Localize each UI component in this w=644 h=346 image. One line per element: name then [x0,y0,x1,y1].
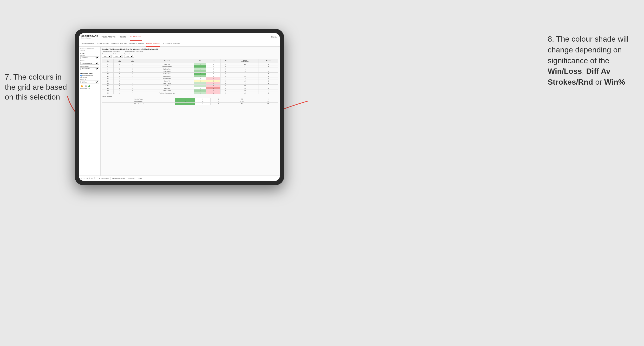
col-diff: Diff AvStrokes/Rnd [231,59,259,63]
col-rounds: Rounds [259,59,278,63]
h2h-table: #Div #Reg #Conf Opponent Win Loss Tie Di… [102,59,278,94]
table-row: 3 1 1 Esther Lee 1 0 1 1.5 4 [102,63,278,65]
cut-icon[interactable]: ✂ [91,177,93,179]
copy-icon[interactable]: ⧉ [89,177,90,179]
nav-tournaments[interactable]: TOURNAMENTS [101,33,116,41]
division-label: Division [80,60,99,62]
col-tie: Tie [220,59,231,63]
table-row: 5 2 2 Alexis Sudjianto 1 0 0 4 3 [102,65,278,68]
radio-opponents-played: Opponents Played [80,75,99,76]
table-row: 14 7 4 Eunice Yi 2 2 0 0.38 9 [102,80,278,82]
undo-icon[interactable]: ↩ [81,177,82,179]
col-loss: Loss [206,59,220,63]
annotation-left: 7. The colours in the grid are based on … [5,72,72,102]
sign-out[interactable]: Sign out [271,36,277,38]
toolbar-divider-1 [97,177,97,180]
filter-conference-group: Conference (All) [113,53,123,58]
table-row: 16 3 1 Jessica Mason 1 2 0 -0.94 [102,85,278,87]
filter-opponent-group: Opponent (All) [124,53,134,58]
out-of-division-header: Out of division [102,96,278,97]
col-div: #Div [102,59,114,63]
annotation-right: 8. The colour shade will change dependin… [548,34,639,88]
subnav-player-h2h-heatmap[interactable]: PLAYER H2H HEATMAP [163,41,180,47]
nav-committee[interactable]: COMMITTEE [130,33,142,41]
table-row: 6 3 3 Sydney Kuo 1 0 0 -1 [102,68,278,70]
col-opponent: Opponent [140,59,194,63]
division-select[interactable]: NCAA Division III [80,62,99,65]
subnav-player-summary[interactable]: PLAYER SUMMARY [130,41,144,47]
colour-by-label: Colour by [80,79,99,80]
player-rank-label: Player (Rank) [80,66,99,67]
legend-down-dot [81,85,83,87]
redo-icon[interactable]: ↩ [84,177,85,179]
table-row: 20 11 7 Federica Domecq Lacroze 2 1 0 1.… [102,92,278,94]
gender-select[interactable]: Women's [80,56,99,59]
filter-opponents-select[interactable]: (All) [102,55,112,58]
col-reg: #Reg [114,59,126,63]
nav-teams[interactable]: TEAMS [120,33,127,41]
col-win: Win [194,59,206,63]
view-original-btn[interactable]: 👁 View: Original [99,178,109,179]
table-row: 19 10 6 Emily Chang 4 1 0 0.3 11 [102,89,278,92]
division-record: Division Record: 331 - 34 - 6 [125,51,143,52]
filter-opponents-group: Opponents: (All) [102,53,112,58]
colour-legend: Down Level Up [80,85,99,89]
table-row: 15 8 5 Stella Cheng 1 1 0 1.25 4 [102,82,278,85]
legend-level-dot [85,85,87,87]
opponent-view-radios: Opponents Played Top 100 [80,75,99,78]
nav-items: TOURNAMENTS TEAMS COMMITTEE [101,33,271,41]
subnav-team-summary[interactable]: TEAM SUMMARY [81,41,94,47]
player-rank-select[interactable]: 8. Katelyn Vo [80,67,99,70]
table-row: NAIA Division 1 15 0 0 9.267 30 [102,100,278,103]
subnav-team-h2h-heatmap[interactable]: TEAM H2H HEATMAP [111,41,127,47]
filter-opponent-select[interactable]: (All) [124,55,134,58]
table-row: 18 2 2 Euna Lee 0 1 0 -5 2 [102,87,278,89]
sub-nav: TEAM SUMMARY TEAM H2H GRID TEAM H2H HEAT… [79,41,280,47]
opponent-view-label: Opponent view [80,73,99,74]
bottom-toolbar: ↩ ↩ ↪ ⧉ ✂ ⟳ 👁 View: Original 💾 Save Cust… [79,175,280,181]
player-section-title: Player [80,52,99,54]
undo2-icon[interactable]: ↪ [86,177,88,179]
sidebar: Last Updated: 27/03/2024 16:55:38 Player… [79,47,101,175]
watch-btn[interactable]: 👁 Watch ▾ [128,178,135,179]
toolbar-divider-4 [137,177,137,180]
colour-by-select[interactable]: Win/loss [80,81,99,83]
nav-bar: SCOREBOARD Powered by clippd TOURNAMENTS… [79,33,280,41]
logo: SCOREBOARD Powered by clippd [81,35,101,39]
table-row: 10 6 3 Andrea York 2 0 0 4 4 [102,73,278,75]
filter-row: Opponents: (All) Conference (All) Oppone… [102,53,278,58]
tablet-screen: SCOREBOARD Powered by clippd TOURNAMENTS… [79,33,280,181]
refresh-icon[interactable]: ⟳ [94,177,96,179]
table-row: 9 1 4 Sharon Mun 1 0 0 3.67 3 [102,70,278,73]
overall-record: Overall Record: 353 - 34 - 6 [102,51,120,52]
grid-records: Overall Record: 353 - 34 - 6 Division Re… [102,51,278,52]
subnav-team-h2h-grid[interactable]: TEAM H2H GRID [96,41,109,47]
table-row: 13 1 1 Jessica Huang 0 1 2 -3 2 [102,77,278,80]
save-custom-btn[interactable]: 💾 Save Custom View [112,178,125,179]
tablet-frame: SCOREBOARD Powered by clippd TOURNAMENTS… [75,29,284,185]
main-content: Last Updated: 27/03/2024 16:55:38 Player… [79,47,280,175]
share-btn[interactable]: Share [138,178,142,179]
filter-conference-select[interactable]: (All) [113,55,123,58]
grid-area: Katelyn Vo Head-to-Head Grid for Women's… [101,47,280,175]
out-of-division-table: Foreign Team 1 0 0 4.5 2 NAIA Division 1… [102,98,278,105]
timestamp: Last Updated: 27/03/2024 16:55:38 [80,48,99,51]
table-row: NCAA Division 2 5 0 0 7.4 10 [102,103,278,105]
legend-up-dot [88,85,90,87]
toolbar-divider-2 [110,177,110,180]
table-row: 11 1 1 Heejo Hyun 1 0 0 3.33 3 [102,75,278,77]
subnav-player-h2h-grid[interactable]: PLAYER H2H GRID [146,41,160,47]
grid-title: Katelyn Vo Head-to-Head Grid for Women's… [102,48,278,50]
gender-label: Gender [80,55,99,56]
col-conf: #Conf [126,59,140,63]
table-row: Foreign Team 1 0 0 4.5 2 [102,98,278,100]
radio-top-100: Top 100 [80,76,99,78]
